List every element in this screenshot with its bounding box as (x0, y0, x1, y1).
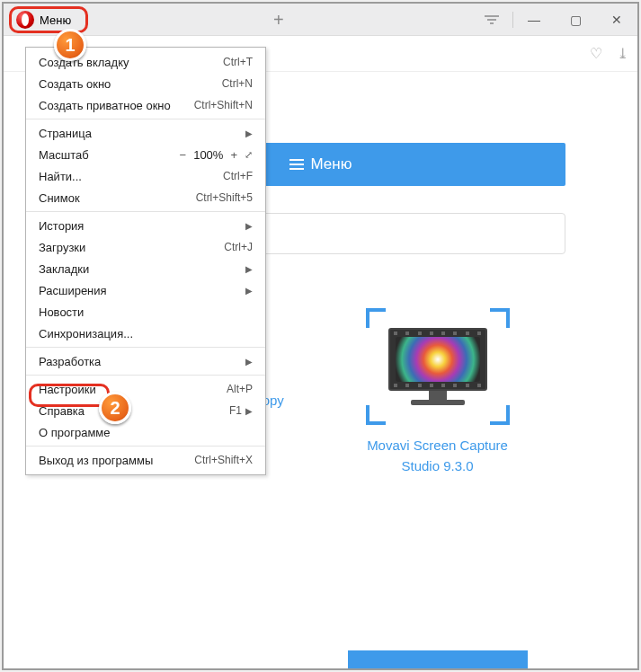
chevron-right-icon: ▶ (245, 357, 253, 367)
menu-item-разработка[interactable]: Разработка▶ (26, 350, 265, 372)
menu-item-закладки[interactable]: Закладки▶ (26, 258, 265, 279)
close-button[interactable]: ✕ (596, 4, 637, 36)
menu-item-история[interactable]: История▶ (26, 215, 265, 236)
menu-item-найти-[interactable]: Найти...Ctrl+F (26, 165, 265, 187)
menu-item-label: Страница (39, 127, 242, 140)
menu-item-label: Создать приватное окно (39, 99, 194, 112)
menu-item-страница[interactable]: Страница▶ (26, 122, 265, 144)
minimize-button[interactable]: — (513, 4, 555, 36)
menu-item-синхронизация-[interactable]: Синхронизация... (26, 323, 265, 344)
menu-item-shortcut: Ctrl+F (223, 170, 253, 182)
menu-item-shortcut: Ctrl+Shift+5 (196, 191, 253, 204)
chevron-right-icon: ▶ (245, 264, 253, 274)
menu-item-shortcut: Ctrl+T (223, 56, 253, 68)
bottom-block-left (114, 650, 294, 668)
menu-item-shortcut: Ctrl+J (224, 241, 253, 253)
opera-main-menu[interactable]: Создать вкладкуCtrl+TСоздать окноCtrl+NС… (25, 47, 266, 475)
bottom-blocks (4, 650, 637, 668)
menu-item-label: Создать окно (39, 77, 222, 91)
maximize-button[interactable]: ▢ (555, 4, 596, 36)
menu-item-zoom[interactable]: Масштаб−100%+⤢ (26, 144, 265, 165)
menu-separator (26, 211, 265, 212)
menu-item-label: Загрузки (39, 241, 224, 254)
menu-item-снимок[interactable]: СнимокCtrl+Shift+5 (26, 187, 265, 208)
menu-item-новости[interactable]: Новости (26, 301, 265, 323)
zoom-value: 100% (193, 148, 223, 162)
menu-item-о-программе[interactable]: О программе (26, 421, 265, 443)
menu-item-загрузки[interactable]: ЗагрузкиCtrl+J (26, 236, 265, 258)
menu-separator (26, 446, 265, 447)
new-tab-button[interactable]: + (273, 11, 284, 29)
annotation-badge-1: 1 (54, 29, 86, 61)
bookmark-heart-icon[interactable]: ♡ (590, 45, 602, 62)
menu-item-shortcut: Ctrl+Shift+N (194, 99, 253, 111)
chevron-right-icon: ▶ (245, 221, 253, 231)
annotation-badge-2: 2 (99, 392, 131, 424)
menu-item-label: Новости (39, 305, 253, 319)
opera-menu-button[interactable]: Меню (16, 11, 71, 29)
opera-logo-icon (16, 11, 34, 29)
card-movavi[interactable]: Movavi Screen Capture Studio 9.3.0 (348, 308, 528, 476)
menu-item-label: Расширения (39, 284, 242, 297)
menu-separator (26, 119, 265, 119)
menu-item-label: Разработка (39, 355, 242, 368)
browser-window: + — ▢ ✕ ♡ ⤓ лем Меню PC SSD Solid State … (2, 2, 639, 670)
menu-item-label: Закладки (39, 262, 242, 276)
menu-item-расширения[interactable]: Расширения▶ (26, 279, 265, 301)
fullscreen-button[interactable]: ⤢ (245, 149, 253, 161)
menu-item-выход-из-программы[interactable]: Выход из программыCtrl+Shift+X (26, 449, 265, 471)
menu-item-создать-приватное-окно[interactable]: Создать приватное окноCtrl+Shift+N (26, 94, 265, 116)
window-controls: — ▢ ✕ (471, 4, 637, 36)
menu-item-label: О программе (39, 426, 253, 439)
menu-item-shortcut: F1 (229, 404, 242, 417)
bottom-block-right (348, 650, 528, 668)
menu-item-label: Синхронизация... (39, 327, 253, 340)
menu-separator (26, 347, 265, 348)
menu-item-справка[interactable]: СправкаF1▶ (26, 400, 265, 421)
zoom-out-button[interactable]: − (180, 148, 187, 162)
menu-item-label: Снимок (39, 191, 196, 205)
menu-item-shortcut: Alt+P (227, 383, 253, 395)
movavi-image (366, 308, 510, 425)
menu-item-label: Настройки (39, 383, 227, 396)
menu-item-label: Масштаб (39, 148, 180, 162)
menu-item-shortcut: Ctrl+N (222, 77, 253, 90)
menu-item-label: История (39, 219, 242, 233)
menu-item-label: Справка (39, 404, 229, 418)
easy-setup-button[interactable] (471, 4, 512, 36)
chevron-right-icon: ▶ (245, 286, 253, 296)
menu-separator (26, 375, 265, 376)
menu-item-настройки[interactable]: НастройкиAlt+P (26, 378, 265, 400)
chevron-right-icon: ▶ (245, 128, 253, 138)
menu-item-label: Выход из программы (39, 454, 194, 467)
card-movavi-title: Movavi Screen Capture Studio 9.3.0 (348, 436, 528, 476)
chevron-right-icon: ▶ (245, 406, 253, 416)
download-icon[interactable]: ⤓ (617, 45, 628, 62)
menu-item-label: Найти... (39, 170, 223, 183)
hamburger-icon (289, 156, 304, 172)
menu-item-создать-окно[interactable]: Создать окноCtrl+N (26, 73, 265, 94)
zoom-in-button[interactable]: + (230, 148, 237, 162)
menu-item-shortcut: Ctrl+Shift+X (194, 454, 253, 466)
opera-menu-label: Меню (40, 13, 71, 27)
site-menu-label: Меню (311, 155, 352, 173)
